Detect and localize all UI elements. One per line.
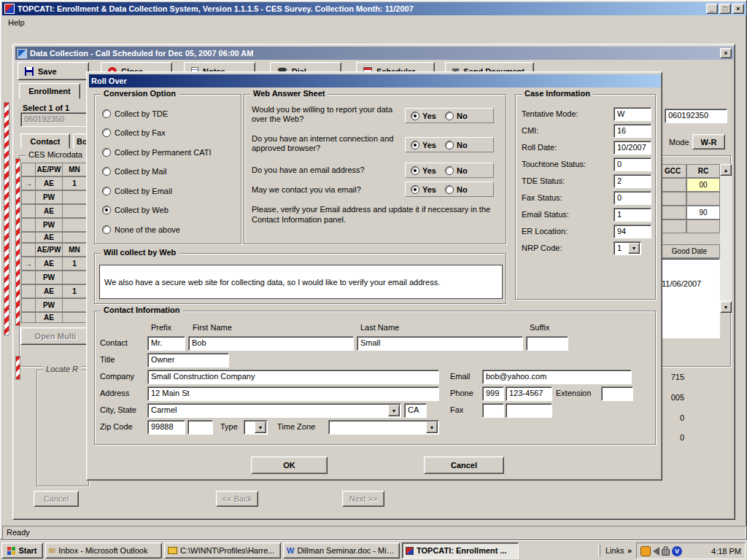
- scroll-down-button[interactable]: ▼: [720, 301, 732, 313]
- grid-cell[interactable]: PW: [35, 298, 63, 312]
- tray-clock-icon[interactable]: [640, 546, 651, 556]
- grid-cell[interactable]: [659, 206, 686, 219]
- tentative-mode-input[interactable]: W: [614, 107, 651, 121]
- address-input[interactable]: 12 Main St: [147, 386, 439, 401]
- tde-status-input[interactable]: 2: [614, 174, 651, 188]
- yes-radio[interactable]: [411, 112, 419, 120]
- grid-cell[interactable]: AE: [35, 232, 63, 243]
- roll-date-input[interactable]: 10/2007: [614, 141, 651, 155]
- grid-scrollbar[interactable]: [720, 164, 732, 313]
- grid-cell[interactable]: [62, 232, 87, 243]
- task-button-outlook[interactable]: ✉ Inbox - Microsoft Outlook: [45, 542, 162, 559]
- yes-radio[interactable]: [411, 185, 419, 194]
- radio-collect-by-permanent-cati[interactable]: Collect by Permanent CATI: [102, 148, 211, 157]
- save-button[interactable]: Save: [18, 62, 89, 80]
- task-button-folder[interactable]: C:\WINNT\Profiles\Harre...: [164, 542, 281, 559]
- grid-cell[interactable]: →: [21, 257, 36, 271]
- grid-cell[interactable]: AE: [35, 176, 63, 190]
- grid-cell[interactable]: [659, 219, 686, 233]
- fax-status-input[interactable]: 0: [614, 191, 651, 205]
- grid-cell[interactable]: AE: [35, 284, 63, 298]
- tray-lock-icon[interactable]: [662, 549, 670, 556]
- task-button-word[interactable]: W Dillman Seminar.doc - Mic...: [283, 542, 400, 559]
- grid-cell[interactable]: PW: [35, 271, 63, 284]
- grid-cell[interactable]: [659, 192, 686, 206]
- touchtone-status-input[interactable]: 0: [614, 158, 651, 171]
- back-button[interactable]: << Back: [216, 491, 258, 507]
- grid-cell[interactable]: AE: [35, 204, 63, 218]
- radio-collect-by-tde[interactable]: Collect by TDE: [102, 109, 168, 118]
- scroll-up-button[interactable]: ▲: [720, 164, 732, 176]
- radio-none-of-the-above[interactable]: None of the above: [102, 225, 180, 234]
- phone-area-input[interactable]: 999: [482, 386, 504, 401]
- grid-cell[interactable]: [21, 284, 36, 298]
- cancel-call-button[interactable]: Cancel: [34, 491, 79, 507]
- email-status-input[interactable]: 1: [614, 208, 651, 222]
- chevron-down-icon[interactable]: ▼: [628, 243, 640, 254]
- ok-button[interactable]: OK: [251, 456, 328, 474]
- type-combo[interactable]: ▼: [244, 420, 268, 435]
- grid-cell[interactable]: →: [21, 176, 36, 190]
- cmi-input[interactable]: 16: [614, 124, 651, 138]
- grid-cell[interactable]: 00: [686, 178, 720, 192]
- grid-cell[interactable]: [686, 192, 720, 206]
- chevron-down-icon[interactable]: ▼: [255, 421, 266, 433]
- zip4-input[interactable]: [187, 420, 213, 435]
- chevron-down-icon[interactable]: ▼: [426, 421, 438, 433]
- email-input[interactable]: bob@yahoo.com: [482, 370, 632, 384]
- grid-cell[interactable]: 90: [686, 206, 720, 219]
- grid-cell[interactable]: AE: [35, 312, 63, 323]
- city-combo[interactable]: Carmel ▼: [147, 403, 401, 418]
- minimize-button[interactable]: _: [706, 4, 718, 14]
- prefix-input[interactable]: Mr.: [147, 336, 185, 351]
- grid-cell[interactable]: [62, 190, 87, 204]
- nrp-code-combo[interactable]: 1 ▼: [614, 241, 641, 255]
- next-button[interactable]: Next >>: [342, 491, 384, 507]
- timezone-combo[interactable]: ▼: [328, 420, 439, 435]
- phone-input[interactable]: 123-4567: [506, 386, 552, 401]
- no-radio[interactable]: [445, 185, 454, 194]
- grid-cell[interactable]: [62, 218, 87, 232]
- start-button[interactable]: Start: [1, 542, 43, 559]
- chevron-down-icon[interactable]: ▼: [388, 405, 400, 416]
- yes-radio[interactable]: [411, 166, 419, 175]
- tray-antivirus-icon[interactable]: V: [672, 546, 682, 556]
- state-input[interactable]: CA: [404, 403, 427, 418]
- no-radio[interactable]: [445, 141, 454, 149]
- grid-cell[interactable]: 1: [62, 284, 87, 298]
- grid-cell[interactable]: 1: [62, 257, 87, 271]
- dialog-cancel-button[interactable]: Cancel: [424, 456, 504, 474]
- grid-cell[interactable]: [21, 298, 36, 312]
- title-input[interactable]: Owner: [147, 353, 229, 368]
- no-radio[interactable]: [445, 112, 454, 120]
- fax-input[interactable]: [506, 403, 552, 418]
- grid-cell[interactable]: PW: [35, 218, 63, 232]
- radio-collect-by-fax[interactable]: Collect by Fax: [102, 128, 166, 137]
- fax-area-input[interactable]: [482, 403, 504, 418]
- grid-cell[interactable]: [62, 204, 87, 218]
- grid-cell[interactable]: [686, 219, 720, 233]
- grid-cell[interactable]: [21, 218, 36, 232]
- close-button[interactable]: ×: [732, 4, 744, 14]
- no-radio[interactable]: [445, 166, 454, 175]
- yes-radio[interactable]: [411, 141, 419, 149]
- task-button-topcati[interactable]: TOPCATI: Enrollment ...: [402, 542, 519, 559]
- tab-contact[interactable]: Contact: [20, 133, 70, 149]
- menu-help[interactable]: Help: [2, 17, 31, 28]
- grid-cell[interactable]: [21, 312, 36, 323]
- grid-cell[interactable]: [62, 271, 87, 284]
- first-name-input[interactable]: Bob: [188, 336, 354, 351]
- suffix-input[interactable]: [526, 336, 568, 351]
- grid-cell[interactable]: 1: [62, 176, 87, 190]
- extension-input[interactable]: [601, 386, 633, 401]
- radio-collect-by-mail[interactable]: Collect by Mail: [102, 167, 167, 176]
- links-toolbar[interactable]: Links: [605, 546, 624, 555]
- tab-enrollment[interactable]: Enrollment: [19, 83, 80, 99]
- grid-cell[interactable]: [21, 204, 36, 218]
- child-close-button[interactable]: ×: [720, 48, 732, 58]
- tray-volume-icon[interactable]: [653, 547, 659, 556]
- grid-cell[interactable]: [21, 271, 36, 284]
- last-name-input[interactable]: Small: [357, 336, 523, 351]
- grid-cell[interactable]: [21, 232, 36, 243]
- grid-cell[interactable]: [21, 190, 36, 204]
